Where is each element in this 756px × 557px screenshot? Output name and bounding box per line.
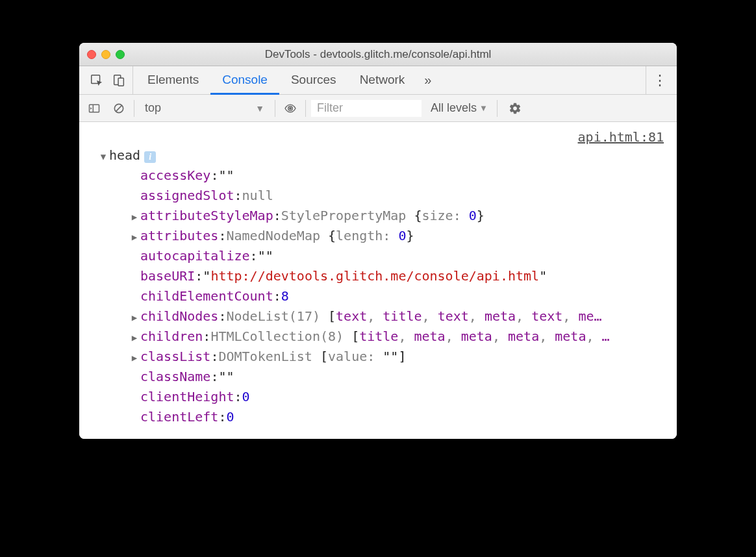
dropdown-arrow-icon: ▼: [255, 103, 264, 114]
svg-line-6: [116, 105, 121, 111]
property-key: baseURI: [140, 266, 195, 286]
console-toolbar: top ▼ All levels ▼: [79, 95, 677, 122]
info-badge-icon[interactable]: i: [144, 151, 156, 163]
property-key: attributes: [140, 226, 218, 246]
tab-sources[interactable]: Sources: [279, 66, 348, 95]
property-key: className: [140, 367, 210, 387]
property-key: clientHeight: [140, 387, 234, 407]
property-key: childElementCount: [140, 286, 273, 306]
logged-object: head i accessKey: ""assignedSlot: nullat…: [79, 127, 677, 427]
console-output: api.html:81 head i accessKey: ""assigned…: [79, 122, 677, 439]
close-window-button[interactable]: [87, 50, 96, 59]
devtools-window: DevTools - devtools.glitch.me/console/ap…: [79, 43, 677, 439]
colon: :: [218, 306, 226, 327]
colon: :: [210, 166, 218, 186]
property-key: clientLeft: [140, 407, 218, 427]
divider: [275, 100, 275, 117]
divider: [497, 100, 498, 117]
property-list: accessKey: ""assignedSlot: nullattribute…: [99, 166, 677, 427]
console-settings-icon[interactable]: [505, 99, 525, 118]
colon: :: [210, 347, 218, 367]
property-key: assignedSlot: [140, 186, 234, 206]
tab-elements[interactable]: Elements: [136, 66, 210, 95]
property-key: classList: [140, 347, 210, 367]
disclosure-triangle-closed-icon[interactable]: [130, 210, 139, 225]
titlebar: DevTools - devtools.glitch.me/console/ap…: [79, 43, 677, 66]
dropdown-arrow-icon: ▼: [479, 103, 488, 113]
colon: :: [195, 266, 203, 286]
traffic-lights: [87, 50, 125, 59]
disclosure-triangle-closed-icon[interactable]: [130, 331, 139, 345]
property-row: accessKey: "": [99, 166, 677, 186]
property-row: autocapitalize: "": [99, 246, 677, 266]
window-title: DevTools - devtools.glitch.me/console/ap…: [79, 48, 677, 61]
live-expression-icon[interactable]: [281, 99, 300, 118]
property-value: null: [242, 186, 273, 206]
svg-point-7: [289, 106, 292, 109]
context-value: top: [145, 101, 161, 115]
toggle-sidebar-icon[interactable]: [84, 99, 104, 118]
tab-console[interactable]: Console: [210, 66, 279, 95]
colon: :: [203, 327, 210, 347]
property-row: baseURI: "http://devtools.glitch.me/cons…: [99, 266, 677, 286]
colon: :: [210, 367, 218, 387]
property-row[interactable]: attributeStyleMap: StylePropertyMap {siz…: [99, 206, 677, 226]
filter-input[interactable]: [311, 100, 422, 117]
property-value: 0: [226, 407, 234, 427]
property-value: NodeList(17) [text, title, text, meta, t…: [226, 306, 601, 327]
colon: :: [234, 186, 242, 206]
property-row[interactable]: attributes: NamedNodeMap {length: 0}: [99, 226, 677, 246]
property-value: StylePropertyMap {size: 0}: [281, 206, 485, 226]
clear-console-icon[interactable]: [109, 99, 129, 118]
device-toolbar-icon[interactable]: [108, 66, 130, 95]
context-selector[interactable]: top ▼: [140, 100, 270, 116]
colon: :: [218, 226, 226, 246]
colon: :: [273, 286, 281, 306]
property-row: className: "": [99, 367, 677, 387]
property-key: childNodes: [140, 306, 218, 327]
disclosure-triangle-closed-icon[interactable]: [130, 311, 139, 325]
divider: [134, 100, 134, 117]
property-key: children: [140, 327, 203, 347]
property-value: "": [218, 367, 234, 387]
property-row: childElementCount: 8: [99, 286, 677, 306]
minimize-window-button[interactable]: [101, 50, 110, 59]
inspect-element-icon[interactable]: [86, 66, 108, 95]
divider: [305, 100, 306, 117]
panel-tabbar: Elements Console Sources Network » ⋮: [79, 66, 677, 95]
property-row: assignedSlot: null: [99, 186, 677, 206]
tab-network[interactable]: Network: [348, 66, 417, 95]
property-value: DOMTokenList [value: ""]: [218, 347, 406, 367]
colon: :: [218, 407, 226, 427]
tabbar-right-tools: ⋮: [646, 66, 673, 94]
property-row[interactable]: classList: DOMTokenList [value: ""]: [99, 347, 677, 367]
object-name: head: [109, 145, 140, 166]
property-value: NamedNodeMap {length: 0}: [226, 226, 414, 246]
disclosure-triangle-closed-icon[interactable]: [130, 351, 139, 365]
log-levels-selector[interactable]: All levels ▼: [427, 101, 492, 115]
tabs-overflow-button[interactable]: »: [416, 66, 439, 94]
zoom-window-button[interactable]: [116, 50, 125, 59]
property-row[interactable]: childNodes: NodeList(17) [text, title, t…: [99, 306, 677, 327]
disclosure-triangle-open-icon[interactable]: [99, 150, 108, 164]
property-key: autocapitalize: [140, 246, 250, 266]
property-row: clientLeft: 0: [99, 407, 677, 427]
colon: :: [234, 387, 242, 407]
property-value: "": [218, 166, 234, 186]
property-value: "http://devtools.glitch.me/console/api.h…: [203, 266, 547, 286]
source-link[interactable]: api.html:81: [578, 127, 664, 147]
property-row: clientHeight: 0: [99, 387, 677, 407]
property-key: attributeStyleMap: [140, 206, 273, 226]
property-value: "": [258, 246, 273, 266]
levels-label: All levels: [431, 101, 477, 115]
property-row[interactable]: children: HTMLCollection(8) [title, meta…: [99, 327, 677, 347]
more-options-icon[interactable]: ⋮: [653, 72, 666, 89]
colon: :: [250, 246, 258, 266]
disclosure-triangle-closed-icon[interactable]: [130, 230, 139, 245]
property-value: 8: [281, 286, 289, 306]
colon: :: [273, 206, 281, 226]
property-key: accessKey: [140, 166, 210, 186]
property-value: 0: [242, 387, 250, 407]
property-value: HTMLCollection(8) [title, meta, meta, me…: [210, 327, 609, 347]
object-root-row[interactable]: head i: [99, 145, 677, 166]
